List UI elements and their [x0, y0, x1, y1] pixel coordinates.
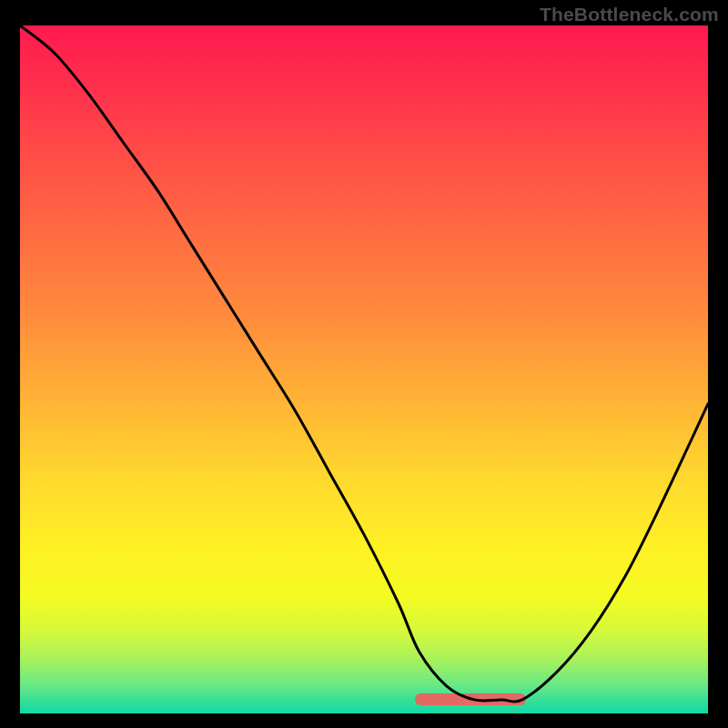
plot-area	[20, 25, 708, 713]
watermark-text: TheBottleneck.com	[540, 4, 719, 25]
chart-container: TheBottleneck.com	[0, 0, 728, 728]
bottleneck-curve	[20, 25, 708, 713]
